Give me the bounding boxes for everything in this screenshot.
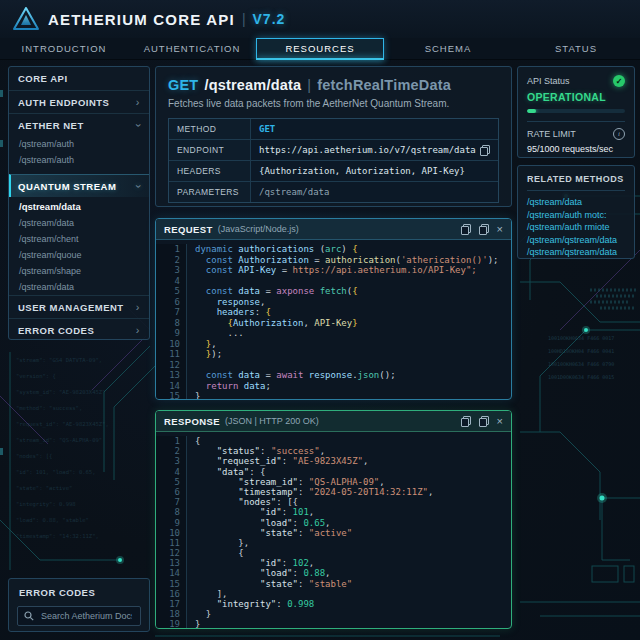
spec-value: https://api.aetherium.io/v7/qstream/data: [251, 140, 498, 160]
endpoint-description: Fetches live data packets from the Aethe…: [168, 98, 499, 109]
line-number: 5: [156, 477, 187, 487]
handler-name: fetchRealTimeData: [317, 77, 451, 93]
endpoint-spec-table: METHODGETENDPOINThttps://api.aetherium.i…: [168, 118, 499, 203]
rate-limit-bar-fill: [527, 109, 536, 113]
copy-icon[interactable]: [461, 416, 471, 427]
code-line: 14 return data;: [156, 381, 511, 392]
line-number: 5: [156, 286, 187, 297]
code-line: 11 },: [156, 538, 511, 548]
background-code-texture: "stream": "GS4 DATVTA-09", "version": { …: [16, 352, 148, 567]
spec-row-parameters: PARAMETERS/qstream/data: [169, 181, 498, 202]
line-number: 10: [156, 528, 187, 538]
main-nav: INTRODUCTION AUTHENTICATION RESOURCES SC…: [0, 38, 640, 60]
line-number: 9: [156, 518, 187, 528]
related-method-link-4[interactable]: /qstream/qstream/data: [527, 234, 625, 247]
related-method-link-1[interactable]: /qstream/data: [527, 196, 625, 209]
line-number: 8: [156, 318, 187, 329]
related-method-link-2[interactable]: /qstream/auth motc:: [527, 209, 625, 222]
rate-limit-value: 95/1000 requests/sec: [527, 144, 625, 154]
sidebar-item-label: ERROR CODES: [18, 325, 94, 336]
sidebar-item-label: USER MANAGEMENT: [18, 302, 124, 313]
code-line: 14 "load": 0.88,: [156, 568, 511, 578]
sidebar-item-qstream-shape[interactable]: /qstream/shape: [9, 263, 149, 279]
close-icon[interactable]: ×: [497, 416, 503, 427]
code-line: 4 "data": {: [156, 467, 511, 477]
related-method-link-3[interactable]: /qstream/auth rmiote: [527, 221, 625, 234]
copy-all-icon[interactable]: [479, 224, 489, 235]
sidebar-item-qstream-chent[interactable]: /qstream/chent: [9, 231, 149, 247]
line-number: 4: [156, 276, 187, 287]
sidebar-item-label: /qstream/auth: [19, 139, 74, 149]
sidebar-nav: CORE APIAUTH ENDPOINTS›AETHER NET›/qstre…: [8, 66, 150, 340]
response-status-label: (JSON | HTTP 200 OK): [225, 416, 319, 426]
sidebar-item-label: AETHER NET: [18, 120, 84, 131]
aetherium-logo-icon: [13, 7, 39, 31]
sidebar-item-label: /qstream/data: [19, 201, 81, 212]
line-number: 3: [156, 456, 187, 466]
line-number: 1: [156, 244, 187, 255]
info-icon[interactable]: i: [613, 128, 625, 140]
code-line: 7 "nodes": [{: [156, 497, 511, 507]
close-icon[interactable]: ×: [497, 224, 503, 235]
app-version: V7.2: [253, 11, 286, 27]
tab-status[interactable]: STATUS: [512, 38, 640, 59]
spec-value: GET: [251, 119, 498, 139]
spec-label: ENDPOINT: [169, 140, 251, 160]
sidebar-section-error-codes[interactable]: ERROR CODES›: [9, 318, 149, 340]
sidebar-item-qstream-data[interactable]: /qstream/data: [9, 279, 149, 295]
tab-schema[interactable]: SCHEMA: [384, 38, 512, 59]
search-input[interactable]: [39, 610, 134, 622]
tab-introduction[interactable]: INTRODUCTION: [0, 38, 128, 59]
tab-resources[interactable]: RESOURCES: [256, 38, 384, 59]
spec-label: PARAMETERS: [169, 182, 251, 202]
sidebar-section-core-api[interactable]: CORE API: [9, 67, 149, 90]
rate-limit-bar: [527, 109, 625, 113]
line-number: 11: [156, 349, 187, 360]
sidebar-section-auth-endpoints[interactable]: AUTH ENDPOINTS›: [9, 90, 149, 113]
docs-search-box[interactable]: [17, 606, 141, 626]
copy-icon[interactable]: [461, 224, 471, 235]
sidebar-item-label: /qstream/data: [19, 282, 74, 292]
api-status-card: API Status ✓ OPERATIONAL RATE LIMIT i 95…: [517, 66, 635, 158]
tab-authentication[interactable]: AUTHENTICATION: [128, 38, 256, 59]
line-number: 14: [156, 381, 187, 392]
code-line: 1dynamic authorications (arc) {: [156, 244, 511, 255]
request-code: 1dynamic authorications (arc) {2 const A…: [156, 240, 511, 399]
code-line: 1{: [156, 436, 511, 446]
sidebar-item-label: /qstream/quoue: [19, 250, 82, 260]
code-line: 5 "stream_id": "QS-ALPHA-09",: [156, 477, 511, 487]
code-line: 2 const Authorization = authorication('a…: [156, 255, 511, 266]
request-title: REQUEST: [164, 224, 213, 235]
spec-row-headers: HEADERS{Authorization, Autorization, API…: [169, 160, 498, 181]
line-number: 11: [156, 538, 187, 548]
code-line: 13 const data = await response.json();: [156, 370, 511, 381]
chevron-down-icon: ›: [132, 123, 143, 127]
code-line: 12: [156, 360, 511, 371]
line-number: 6: [156, 297, 187, 308]
response-title: RESPONSE: [164, 416, 220, 427]
sidebar-item-qstream-auth[interactable]: /qstream/auth: [9, 136, 149, 152]
line-number: 15: [156, 391, 187, 399]
sidebar-item-qstream-auth[interactable]: /qstream/auth: [9, 152, 149, 168]
response-code: 1{2 "status": "success",3 "request_id": …: [156, 432, 511, 628]
line-number: 2: [156, 446, 187, 456]
line-number: 1: [156, 436, 187, 446]
line-number: 18: [156, 609, 187, 619]
sidebar-item-qstream-data[interactable]: /qstream/data: [9, 197, 149, 215]
sidebar-item-label: CORE API: [18, 73, 68, 84]
sidebar-section-quantum-stream[interactable]: QUANTUM STREAM›: [9, 174, 149, 197]
spec-row-method: METHODGET: [169, 119, 498, 139]
copy-endpoint-icon[interactable]: [480, 145, 490, 156]
sidebar-section-aether-net[interactable]: AETHER NET›: [9, 113, 149, 136]
line-number: 9: [156, 328, 187, 339]
code-line: 5 const data = axponse fetch({: [156, 286, 511, 297]
api-status-value: OPERATIONAL: [527, 91, 625, 103]
copy-all-icon[interactable]: [479, 416, 489, 427]
sidebar-item-label: /qstream/chent: [19, 234, 79, 244]
related-method-link-5[interactable]: /qstream/qstream/data: [527, 246, 625, 259]
code-line: 6 "timestamp": "2024-05-20T14:32:11Z",: [156, 487, 511, 497]
sidebar-section-user-management[interactable]: USER MANAGEMENT›: [9, 295, 149, 318]
sidebar-item-qstream-data[interactable]: /qstream/data: [9, 215, 149, 231]
status-check-icon: ✓: [613, 75, 625, 87]
sidebar-item-qstream-quoue[interactable]: /qstream/quoue: [9, 247, 149, 263]
